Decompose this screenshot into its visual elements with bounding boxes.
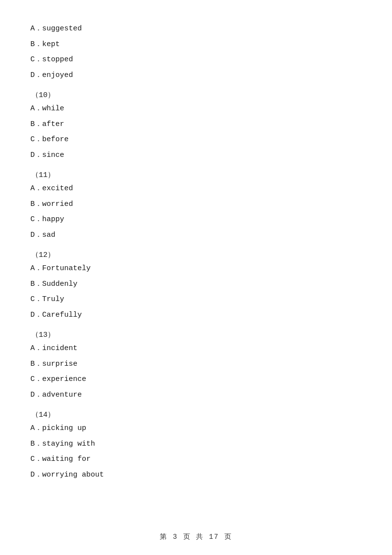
question-block-10: （10） A．while B．after C．before D．since — [29, 90, 363, 161]
question-number-12: （12） — [29, 250, 363, 259]
question-block-12: （12） A．Fortunately B．Suddenly C．Truly D．… — [29, 250, 363, 321]
option-c-12: C．Truly — [29, 293, 363, 306]
option-c-13: C．experience — [29, 373, 363, 386]
question-block-13: （13） A．incident B．surprise C．experience … — [29, 330, 363, 401]
option-a-14: A．picking up — [29, 422, 363, 435]
page-footer: 第 3 页 共 17 页 — [0, 532, 392, 541]
option-d-0: D．enjoyed — [29, 69, 363, 82]
page-content: A．suggested B．kept C．stopped D．enjoyed （… — [0, 0, 392, 513]
option-c-10: C．before — [29, 133, 363, 146]
option-b-14: B．staying with — [29, 438, 363, 451]
option-d-13: D．adventure — [29, 389, 363, 402]
option-b-12: B．Suddenly — [29, 278, 363, 291]
option-d-14: D．worrying about — [29, 469, 363, 481]
question-block-0: A．suggested B．kept C．stopped D．enjoyed — [29, 23, 363, 81]
question-block-11: （11） A．excited B．worried C．happy D．sad — [29, 170, 363, 241]
option-a-0: A．suggested — [29, 23, 363, 35]
option-b-13: B．surprise — [29, 358, 363, 371]
option-a-13: A．incident — [29, 342, 363, 355]
option-d-11: D．sad — [29, 229, 363, 242]
option-a-12: A．Fortunately — [29, 262, 363, 275]
question-block-14: （14） A．picking up B．staying with C．waiti… — [29, 410, 363, 481]
question-number-11: （11） — [29, 170, 363, 179]
option-b-0: B．kept — [29, 38, 363, 51]
question-number-10: （10） — [29, 90, 363, 100]
question-number-14: （14） — [29, 410, 363, 419]
option-c-14: C．waiting for — [29, 453, 363, 466]
option-d-10: D．since — [29, 149, 363, 162]
option-b-11: B．worried — [29, 198, 363, 211]
option-c-0: C．stopped — [29, 53, 363, 66]
option-b-10: B．after — [29, 118, 363, 131]
question-number-13: （13） — [29, 330, 363, 339]
option-d-12: D．Carefully — [29, 309, 363, 322]
option-a-11: A．excited — [29, 182, 363, 195]
option-a-10: A．while — [29, 102, 363, 115]
option-c-11: C．happy — [29, 213, 363, 226]
